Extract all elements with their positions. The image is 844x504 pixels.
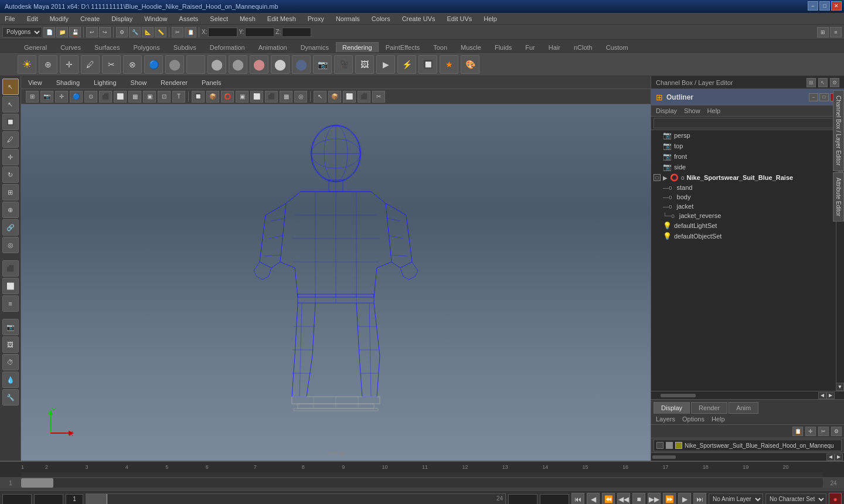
shelf-tab-subdivs[interactable]: Subdivs [167,42,203,52]
vp-menu-view[interactable]: View [26,79,45,87]
cb-icon-3[interactable]: ⚙ [830,78,839,87]
menu-edit-mesh[interactable]: Edit Mesh [265,15,298,23]
layer-visible-cb[interactable] [656,442,663,449]
menu-file[interactable]: File [2,15,18,23]
tool-select2[interactable]: ↖ [2,96,19,113]
vp-tb-13[interactable]: 📦 [206,91,219,103]
timeline-scrollarea[interactable]: 1 24 [0,477,844,489]
vp-tb-7[interactable]: ⬜ [114,91,127,103]
shelf-tab-rendering[interactable]: Rendering [336,42,379,52]
play-back-button[interactable]: ◀◀ [617,493,630,505]
vp-tb-17[interactable]: ⬛ [265,91,278,103]
tree-item-stand[interactable]: —o stand [661,183,844,192]
tool-layer[interactable]: ≡ [2,295,19,312]
menu-assets[interactable]: Assets [176,15,200,23]
vp-tb-20[interactable]: ↖ [314,91,326,103]
stop-button[interactable]: ■ [632,493,645,505]
vp-tb-11[interactable]: T [172,91,185,103]
tool-3d[interactable]: ⬛ [2,260,19,277]
prev-frame-button[interactable]: ◀ [587,493,600,505]
shelf-tab-deformation[interactable]: Deformation [203,42,251,52]
prev-key-button[interactable]: ⏪ [602,493,615,505]
vp-tb-1[interactable]: ⊞ [26,91,39,103]
tree-item-body[interactable]: —o body [661,192,844,202]
vp-tb-8[interactable]: ▦ [128,91,141,103]
tool-soft[interactable]: ◎ [2,237,19,253]
next-key-button[interactable]: ⏩ [663,493,676,505]
tree-item-side[interactable]: 📷 side [651,162,844,172]
right-hscroll[interactable]: ◀ ▶ [651,452,844,461]
tree-item-top[interactable]: 📷 top [651,141,844,151]
shelf-icon-batch[interactable]: ▶ [376,55,395,74]
vp-menu-shading[interactable]: Shading [54,79,82,87]
shelf-tab-ncloth[interactable]: nCloth [567,42,599,52]
vp-tb-15[interactable]: ▣ [236,91,249,103]
close-button[interactable]: ✕ [831,1,842,11]
vp-tb-3[interactable]: ✛ [55,91,68,103]
layer-scroll-right[interactable]: ▶ [835,454,843,461]
vp-tb-18[interactable]: ▦ [280,91,292,103]
char-set-select[interactable]: No Character Set [765,493,826,505]
shelf-icon-sphere-light[interactable]: ⬤ [207,55,226,74]
vp-tb-2[interactable]: 📷 [40,91,53,103]
shelf-icon-5[interactable]: ⊗ [123,55,142,74]
shelf-icon-1[interactable]: ⊕ [39,55,57,74]
frame-slider[interactable]: 24 [86,493,506,505]
tree-item-nike-group[interactable]: □ ▶ ⭕ o Nike_Sportswear_Suit_Blue_Raise [651,172,844,183]
dra-tab-display[interactable]: Display [654,402,690,414]
shelf-icon-sphere-med[interactable]: ⬤ [229,55,247,74]
max-frame-input[interactable]: 48.00 [540,494,569,505]
timeline-track[interactable] [21,478,823,488]
vp-menu-renderer[interactable]: Renderer [158,79,190,87]
start-frame-input[interactable]: 1.00 [2,494,32,505]
auto-key-button[interactable]: ● [829,493,842,505]
minimize-button[interactable]: – [808,1,818,11]
outliner-scroll-down[interactable]: ▼ [836,383,844,391]
tree-item-objectset[interactable]: 💡 defaultObjectSet [651,231,844,241]
vp-tb-16[interactable]: ⬜ [250,91,263,103]
tb-btn-3[interactable]: 💾 [69,27,81,38]
shelf-icon-ipr[interactable]: ⚡ [397,55,416,74]
tool-render2[interactable]: 🖼 [2,336,19,353]
dra-tool-2[interactable]: ✛ [805,427,816,436]
vp-menu-lighting[interactable]: Lighting [91,79,119,87]
tb-btn-2[interactable]: 📁 [56,27,68,38]
cb-icon-2[interactable]: ↖ [818,78,828,87]
shelf-tab-polygons[interactable]: Polygons [127,42,166,52]
z-input[interactable] [282,28,311,37]
shelf-icon-render[interactable]: 🖼 [355,55,374,74]
tool-snap[interactable]: 🔗 [2,219,19,236]
tool-move[interactable]: ✛ [2,149,19,165]
x-input[interactable] [208,28,237,37]
menu-create[interactable]: Create [78,15,102,23]
outliner-search-input[interactable] [654,118,842,128]
tool-display[interactable]: ⬜ [2,278,19,294]
layer-scroll-left[interactable]: ◀ [826,454,835,461]
tb-btn-right1[interactable]: ⊞ [817,27,829,38]
tb-btn-1[interactable]: 📄 [43,27,55,38]
shelf-icon-6[interactable]: 🔵 [144,55,163,74]
menu-edit[interactable]: Edit [25,15,40,23]
frame-range-input[interactable] [66,494,83,505]
dra-tab-render[interactable]: Render [691,402,727,414]
vp-tb-12[interactable]: 🔲 [192,91,205,103]
next-frame-button[interactable]: ▶ [678,493,691,505]
layer-entry[interactable]: Nike_Sportswear_Suit_Blue_Raised_Hood_on… [654,440,842,451]
shelf-icon-2[interactable]: ✛ [60,55,79,74]
shelf-icon-sphere-env[interactable]: ⬤ [292,55,311,74]
hscroll-left[interactable]: ◀ [818,392,826,399]
outliner-menu-display[interactable]: Display [656,107,677,114]
tool-lasso[interactable]: 🔲 [2,114,19,130]
tb-btn-9[interactable]: 📏 [155,27,166,38]
tb-btn-4[interactable]: ↩ [86,27,98,38]
menu-modify[interactable]: Modify [47,15,71,23]
vp-tb-21[interactable]: 📦 [328,91,341,103]
dra-menu-help[interactable]: Help [712,416,725,423]
vp-menu-panels[interactable]: Panels [199,79,224,87]
tb-btn-11[interactable]: 📋 [185,27,196,38]
dra-tool-3[interactable]: ✂ [818,427,829,436]
menu-help[interactable]: Help [481,15,499,23]
tb-btn-7[interactable]: 🔧 [129,27,141,38]
current-frame-input[interactable]: 1.00 [34,494,63,505]
vp-menu-show[interactable]: Show [128,79,149,87]
